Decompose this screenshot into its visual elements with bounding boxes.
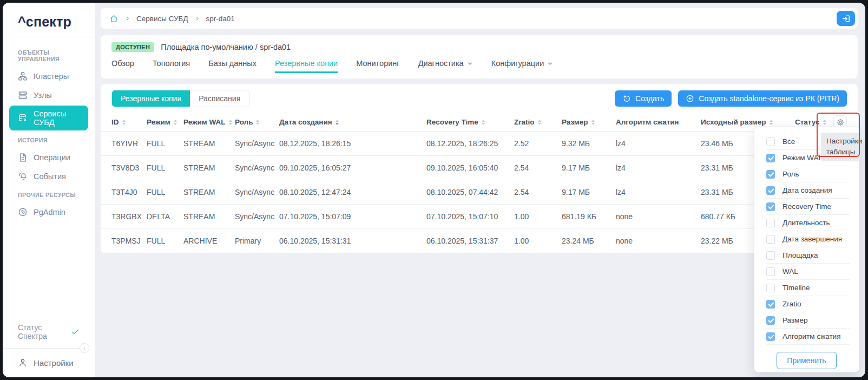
checkbox[interactable] [766,137,775,146]
table-body: T6YIVRFULLSTREAMSync/Async08.12.2025, 18… [101,132,858,253]
checkbox[interactable] [766,170,775,179]
tab-label: Топология [153,59,190,68]
table-row[interactable]: T3T4J0FULLSTREAMSync/Async08.10.2025, 12… [101,180,858,205]
database-icon [18,113,28,123]
tab-configurations[interactable]: Конфигурации [491,59,554,73]
cell-mode: FULL [147,163,183,172]
sidebar-item-db-services[interactable]: Сервисы СУБД [9,106,88,130]
column-option-11[interactable]: Размер [766,312,850,329]
column-header-status[interactable]: Статус [795,118,833,126]
home-icon[interactable] [109,14,119,23]
service-title: Площадка по-умолчанию / spr-da01 [161,43,291,51]
browser-window: ^спектр ОБЪЕКТЫ УПРАВЛЕНИЯКластерыУзлыСе… [0,0,868,380]
column-option-2[interactable]: Роль [766,166,850,182]
column-header-wal-mode[interactable]: Режим WAL [183,118,235,126]
column-option-10[interactable]: Zratio [766,296,850,312]
column-header-zratio[interactable]: Zratio [514,118,562,126]
option-label: Роль [782,170,799,178]
column-option-12[interactable]: Алгоритм сжатия [766,329,850,345]
column-header-role[interactable]: Роль [235,118,279,126]
cell-wal-mode: ARCHIVE [183,237,235,245]
sidebar-item-operations[interactable]: Операции [9,149,88,166]
checkbox[interactable] [766,316,775,325]
sidebar-item-clusters[interactable]: Кластеры [9,68,88,85]
checkbox[interactable] [766,284,775,292]
checkbox[interactable] [766,219,775,227]
column-header-mode[interactable]: Режим [147,118,183,126]
column-option-8[interactable]: WAL [766,264,850,280]
column-option-3[interactable]: Дата создания [766,182,850,199]
cell-created: 07.10.2025, 15:07:09 [279,212,426,221]
chevron-down-icon [467,61,473,67]
cell-role: Sync/Async [235,188,279,196]
cell-mode: FULL [147,139,183,148]
column-settings-panel: ВсеРежим WALРольДата созданияRecovery Ti… [754,126,859,372]
breadcrumb-item-service-name[interactable]: spr-da01 [206,15,235,23]
apply-button[interactable]: Применить [777,352,836,369]
logout-button[interactable] [837,11,855,26]
subtab-backups[interactable]: Резервные копии [112,90,190,107]
chevron-right-icon [195,16,200,21]
backups-toggle-group: Резервные копииРасписания [111,90,249,107]
column-header-size[interactable]: Размер [562,118,616,126]
cluster-icon [18,71,28,81]
checkbox[interactable] [766,154,775,162]
column-option-9[interactable]: Timeline [766,280,850,296]
table-row[interactable]: T3RGBXDELTASTREAMSync/Async07.10.2025, 1… [101,205,858,229]
sidebar-item-events[interactable]: События [9,168,88,185]
column-option-5[interactable]: Длительность [766,215,850,231]
column-header-id[interactable]: ID [111,118,147,126]
sidebar-item-label: Сервисы СУБД [34,109,83,127]
breadcrumb: Сервисы СУБД spr-da01 [101,8,858,29]
option-label: WAL [782,267,798,276]
tab-monitoring[interactable]: Мониторинг [356,59,399,73]
tab-label: Обзор [111,59,134,68]
breadcrumb-item-services[interactable]: Сервисы СУБД [136,15,188,23]
column-option-4[interactable]: Recovery Time [766,199,850,215]
tab-backups[interactable]: Резервные копии [275,59,338,73]
column-options-list: ВсеРежим WALРольДата созданияRecovery Ti… [754,134,859,345]
column-header-created[interactable]: Дата создания [279,118,426,126]
tab-overview[interactable]: Обзор [111,59,134,73]
table-row[interactable]: T3V8D3FULLSTREAMSync/Async09.10.2025, 16… [101,156,858,180]
sidebar-item-label: События [34,172,66,181]
cell-compression: lz4 [616,188,701,196]
bell-icon [18,172,28,181]
column-option-6[interactable]: Дата завершения [766,231,850,247]
cell-mode: DELTA [147,212,183,221]
cell-recovery-time: 08.12.2025, 18:26:25 [426,139,514,148]
sidebar-collapse-button[interactable]: ‹ [80,343,89,353]
tab-label: Базы данных [208,59,257,68]
checkbox[interactable] [766,267,775,276]
checkbox[interactable] [766,202,775,211]
cell-wal-mode: STREAM [183,163,235,172]
column-header-compression: Алгоритм сжатия [616,118,701,126]
option-label: Площадка [782,251,818,259]
column-header-label: Алгоритм сжатия [616,118,679,126]
create-standalone-button[interactable]: Создать standalone-сервис из РК (PITR) [678,90,847,107]
checkbox[interactable] [766,186,775,195]
chevron-right-icon [125,16,130,21]
checkbox[interactable] [766,251,775,260]
sort-icon [482,120,485,125]
column-header-source-size[interactable]: Исходный размер [701,118,795,126]
tab-databases[interactable]: Базы данных [208,59,257,73]
sidebar-item-settings[interactable]: Настройки [3,349,95,373]
create-backup-button[interactable]: Создать [615,90,672,107]
sidebar-item-nodes[interactable]: Узлы [9,87,88,104]
tab-diagnostics[interactable]: Диагностика [418,59,473,73]
table-row[interactable]: T6YIVRFULLSTREAMSync/Async08.12.2025, 18… [101,132,858,156]
column-header-recovery-time[interactable]: Recovery Time [426,118,514,126]
checkbox[interactable] [766,235,775,244]
checkbox[interactable] [766,300,775,309]
service-tabs: ОбзорТопологияБазы данныхРезервные копии… [111,59,847,73]
checkbox[interactable] [766,332,775,341]
column-option-7[interactable]: Площадка [766,247,850,264]
option-label: Timeline [782,284,810,292]
table-row[interactable]: T3PMSJFULLARCHIVEPrimary06.10.2025, 15:3… [101,229,858,253]
cell-recovery-time: 09.10.2025, 16:05:40 [426,163,514,172]
sidebar-item-pgadmin[interactable]: PgAdmin [9,204,88,221]
option-label: Алгоритм сжатия [782,332,840,340]
tab-topology[interactable]: Топология [153,59,190,73]
subtab-schedules[interactable]: Расписания [190,90,249,107]
